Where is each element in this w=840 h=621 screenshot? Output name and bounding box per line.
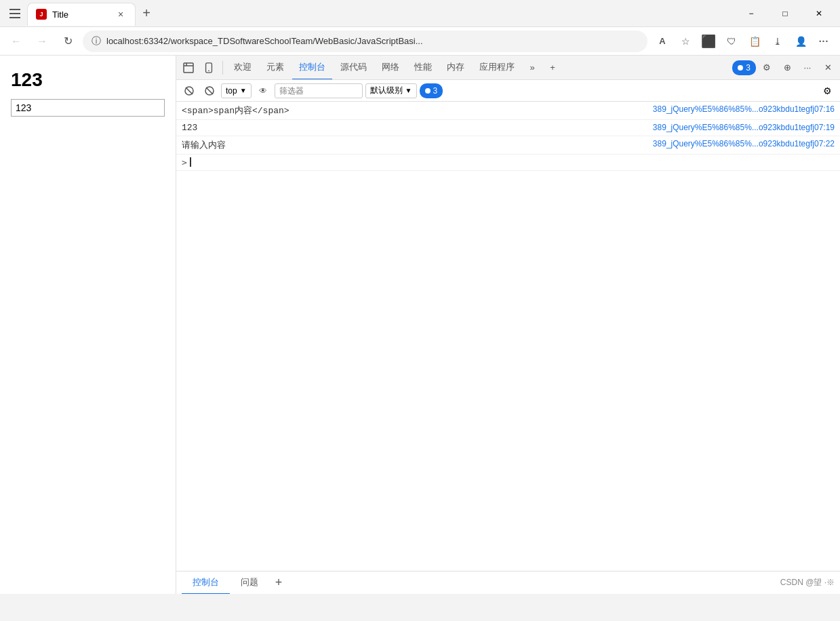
extension-button-2[interactable]: 🛡 <box>721 31 742 52</box>
page-heading: 123 <box>11 69 165 91</box>
collections-button[interactable]: 📋 <box>744 31 765 52</box>
svg-rect-0 <box>9 9 20 10</box>
bottom-right-info: CSDN @望 ·※ <box>780 577 835 588</box>
eye-icon-button[interactable]: 👁 <box>254 82 272 100</box>
nav-icons: A ☆ ⬛ 🛡 📋 ⤓ 👤 ··· <box>652 31 835 52</box>
log-row: <span>span内容</span> 389_jQuery%E5%86%85%… <box>176 102 840 120</box>
bottom-tab-bar: 控制台 问题 + CSDN @望 ·※ <box>176 571 840 594</box>
log-message-3: 请输入内容 <box>182 139 642 151</box>
add-bottom-tab-button[interactable]: + <box>269 574 288 593</box>
svg-rect-3 <box>184 63 193 73</box>
more-button[interactable]: ··· <box>813 31 835 52</box>
console-secondary-toolbar: top ▼ 👁 默认级别 ▼ 3 ⚙ <box>176 80 840 102</box>
clear-console-button[interactable] <box>180 82 198 100</box>
bottom-right-text: CSDN @望 ·※ <box>780 577 835 588</box>
sidebar-toggle-icon[interactable] <box>5 4 24 23</box>
log-message-2: 123 <box>182 123 642 133</box>
message-badge[interactable]: 3 <box>732 60 756 75</box>
tab-performance[interactable]: 性能 <box>407 56 439 80</box>
browser-tab[interactable]: J Title × <box>27 3 136 26</box>
favorites-button[interactable]: ☆ <box>675 31 696 52</box>
filter-input[interactable] <box>275 83 363 98</box>
tab-elements[interactable]: 元素 <box>260 56 291 80</box>
log-source-3[interactable]: 389_jQuery%E5%86%85%...o923kbdu1tegfj07:… <box>642 139 835 148</box>
tab-console[interactable]: 控制台 <box>292 56 332 80</box>
tab-close-button[interactable]: × <box>115 8 127 20</box>
log-source-2[interactable]: 389_jQuery%E5%86%85%...o923kbdu1tegfj07:… <box>642 123 835 132</box>
svg-line-9 <box>186 87 193 94</box>
console-prompt-row[interactable]: > <box>176 155 840 171</box>
console-badge-count: 3 <box>433 86 438 96</box>
nav-bar: ← → ↻ ⓘ localhost:63342/workspace_TDSoft… <box>0 27 840 56</box>
devtools-close-button[interactable]: ✕ <box>818 58 837 77</box>
log-row: 123 389_jQuery%E5%86%85%...o923kbdu1tegf… <box>176 120 840 136</box>
device-mode-button[interactable] <box>199 58 218 77</box>
tab-favicon: J <box>36 9 47 20</box>
console-log: <span>span内容</span> 389_jQuery%E5%86%85%… <box>176 102 840 571</box>
devtools-settings-button[interactable]: ⚙ <box>757 58 776 77</box>
minimize-button[interactable]: − <box>736 3 767 24</box>
tab-memory[interactable]: 内存 <box>440 56 471 80</box>
inspect-element-button[interactable] <box>179 58 198 77</box>
add-tab-button[interactable]: + <box>543 58 562 77</box>
console-badge-dot <box>425 88 431 94</box>
filter-console-button[interactable] <box>201 82 218 100</box>
bottom-tab-issues[interactable]: 问题 <box>230 572 269 595</box>
maximize-button[interactable]: □ <box>769 3 801 24</box>
svg-rect-2 <box>9 17 20 18</box>
extension-button-1[interactable]: ⬛ <box>698 31 719 52</box>
tab-title: Title <box>52 9 109 20</box>
title-bar: J Title × + − □ ✕ <box>0 0 840 27</box>
console-cursor <box>190 157 191 167</box>
level-label: 默认级别 <box>370 85 403 96</box>
toolbar-separator <box>222 61 223 75</box>
tab-application[interactable]: 应用程序 <box>473 56 521 80</box>
main-area: 123 欢迎 元素 控制台 源代码 网络 性能 内存 应用程序 » + <box>0 56 840 594</box>
svg-rect-1 <box>9 13 20 14</box>
badge-count: 3 <box>746 63 751 73</box>
log-level-selector[interactable]: 默认级别 ▼ <box>365 83 417 98</box>
log-row: 请输入内容 389_jQuery%E5%86%85%...o923kbdu1te… <box>176 136 840 155</box>
bottom-tab-console[interactable]: 控制台 <box>182 572 230 595</box>
info-icon: ⓘ <box>92 35 101 47</box>
forward-button[interactable]: → <box>31 31 53 52</box>
console-prompt-arrow: > <box>182 157 187 167</box>
page-input[interactable] <box>11 99 165 117</box>
badge-dot <box>738 65 743 71</box>
svg-line-11 <box>206 87 213 94</box>
chevron-down-icon: ▼ <box>240 87 247 94</box>
more-tabs-button[interactable]: » <box>523 58 542 77</box>
console-message-badge[interactable]: 3 <box>420 83 443 98</box>
window-controls: − □ ✕ <box>736 3 835 24</box>
log-message-1: <span>span内容</span> <box>182 104 642 117</box>
devtools-panel: 欢迎 元素 控制台 源代码 网络 性能 内存 应用程序 » + 3 ⚙ ⊕ ··… <box>176 56 840 594</box>
level-chevron-icon: ▼ <box>405 87 412 94</box>
devtools-more-button[interactable]: ··· <box>798 58 817 77</box>
title-bar-left <box>5 4 24 23</box>
refresh-button[interactable]: ↻ <box>57 31 79 52</box>
tab-welcome[interactable]: 欢迎 <box>227 56 258 80</box>
context-selector[interactable]: top ▼ <box>221 83 252 98</box>
downloads-button[interactable]: ⤓ <box>767 31 788 52</box>
devtools-toolbar: 欢迎 元素 控制台 源代码 网络 性能 内存 应用程序 » + 3 ⚙ ⊕ ··… <box>176 56 840 80</box>
profile-button[interactable]: 👤 <box>790 31 812 52</box>
customize-devtools-button[interactable]: ⊕ <box>778 58 797 77</box>
url-text: localhost:63342/workspace_TDSoftwareScho… <box>106 36 639 46</box>
tab-network[interactable]: 网络 <box>375 56 406 80</box>
url-bar[interactable]: ⓘ localhost:63342/workspace_TDSoftwareSc… <box>83 31 647 52</box>
close-button[interactable]: ✕ <box>803 3 835 24</box>
page-content: 123 <box>0 56 176 594</box>
back-button[interactable]: ← <box>5 31 27 52</box>
reader-mode-button[interactable]: A <box>652 31 673 52</box>
log-source-1[interactable]: 389_jQuery%E5%86%85%...o923kbdu1tegfj07:… <box>642 104 835 114</box>
top-label: top <box>226 86 237 96</box>
new-tab-button[interactable]: + <box>136 3 157 24</box>
console-settings-button[interactable]: ⚙ <box>818 82 836 100</box>
tab-sources[interactable]: 源代码 <box>334 56 374 80</box>
